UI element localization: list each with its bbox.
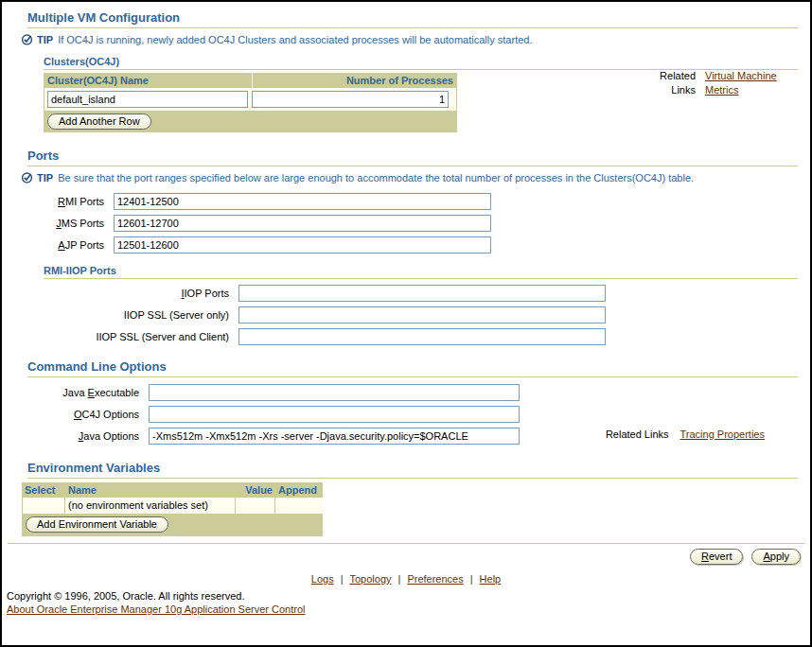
tip-label: TIP	[37, 171, 53, 186]
column-header-append: Append	[275, 482, 323, 498]
rmi-ports-input[interactable]	[114, 193, 491, 210]
env-table-empty-row: (no environment variables set)	[22, 498, 323, 514]
number-of-processes-input[interactable]	[252, 91, 449, 108]
java-options-input[interactable]	[149, 428, 520, 445]
multiple-vm-configuration-page: Multiple VM Configuration TIP If OC4J is…	[0, 0, 812, 647]
iiop-ssl-server-only-input[interactable]	[238, 306, 606, 324]
bottom-separator	[8, 543, 804, 544]
env-table-header: Select Name Value Append	[22, 482, 323, 498]
env-value-cell	[236, 498, 275, 514]
env-empty-message: (no environment variables set)	[65, 498, 236, 514]
clusters-table-footer: Add Another Row	[44, 111, 457, 132]
apply-button[interactable]: Apply	[751, 549, 801, 565]
add-another-row-button[interactable]: Add Another Row	[47, 114, 151, 130]
tracing-properties-link[interactable]: Tracing Properties	[680, 428, 765, 440]
rmi-ports-label: RMI Ports	[2, 196, 114, 207]
preferences-link[interactable]: Preferences	[407, 573, 463, 585]
java-executable-label: Java Executable	[2, 387, 149, 398]
footer-separator: |	[470, 573, 473, 585]
oc4j-options-label: OC4J Options	[2, 409, 149, 420]
copyright-text: Copyright © 1996, 2005, Oracle. All righ…	[7, 590, 810, 602]
ajp-ports-input[interactable]	[114, 236, 491, 254]
jms-ports-label: JMS Ports	[2, 218, 114, 229]
cluster-name-cell	[45, 90, 250, 109]
column-header-number-of-processes: Number of Processes	[252, 73, 457, 88]
rmi-iiop-heading: RMI-IIOP Ports	[44, 265, 798, 279]
clusters-table-header: Cluster(OC4J) Name Number of Processes	[44, 73, 457, 88]
env-select-cell	[22, 498, 65, 514]
iiop-ssl-server-and-client-label: IIOP SSL (Server and Client)	[44, 331, 238, 342]
oc4j-options-input[interactable]	[149, 406, 520, 423]
environment-variables-table: Select Name Value Append (no environment…	[22, 482, 323, 536]
iiop-ports-label: IIOP Ports	[44, 288, 238, 299]
clusters-table: Cluster(OC4J) Name Number of Processes A…	[44, 73, 457, 132]
column-header-name: Name	[65, 482, 236, 498]
tip-text: Be sure that the port ranges specified b…	[58, 171, 796, 186]
tip-text: If OC4J is running, newly added OC4J Clu…	[58, 33, 798, 48]
environment-variables-heading: Environment Variables	[27, 461, 798, 479]
add-environment-variable-button[interactable]: Add Environment Variable	[26, 516, 168, 533]
column-header-cluster-name: Cluster(OC4J) Name	[44, 73, 252, 88]
about-oracle-em-link[interactable]: About Oracle Enterprise Manager 10g Appl…	[7, 603, 306, 615]
env-append-cell	[275, 498, 323, 514]
java-options-label: Java Options	[2, 430, 149, 442]
ajp-ports-label: AJP Ports	[2, 239, 114, 251]
iiop-ssl-server-and-client-input[interactable]	[238, 328, 606, 345]
action-buttons: Revert Apply	[2, 549, 801, 565]
topology-link[interactable]: Topology	[350, 573, 392, 585]
help-link[interactable]: Help	[480, 573, 502, 585]
env-table-footer: Add Environment Variable	[22, 514, 323, 535]
column-header-select: Select	[22, 482, 65, 498]
iiop-ssl-server-only-label: IIOP SSL (Server only)	[44, 309, 238, 321]
footer-separator: |	[341, 573, 344, 585]
cluster-processes-cell	[250, 90, 450, 109]
java-executable-input[interactable]	[149, 384, 520, 401]
page-title: Multiple VM Configuration	[27, 10, 798, 28]
clusters-heading: Clusters(OC4J)	[44, 56, 798, 70]
tip-row-oc4j: TIP If OC4J is running, newly added OC4J…	[21, 33, 798, 48]
ports-heading: Ports	[27, 149, 798, 166]
cluster-name-input[interactable]	[47, 91, 248, 108]
related-links-label: Related Links	[606, 428, 669, 440]
column-header-value: Value	[236, 482, 275, 498]
footer-links: Logs|Topology|Preferences|Help	[2, 573, 810, 585]
tip-check-icon	[21, 33, 34, 48]
revert-button[interactable]: Revert	[690, 549, 743, 565]
related-links-top: Related Links Virtual Machine Metrics	[646, 69, 798, 97]
related-links-label: Related Links	[646, 69, 696, 97]
footer-separator: |	[398, 573, 401, 585]
tip-row-ports: TIP Be sure that the port ranges specifi…	[21, 171, 798, 186]
related-links-middle: Related Links Tracing Properties	[606, 428, 765, 440]
logs-link[interactable]: Logs	[311, 573, 334, 585]
jms-ports-input[interactable]	[114, 215, 491, 232]
iiop-ports-input[interactable]	[238, 285, 606, 302]
rmi-iiop-section: RMI-IIOP Ports IIOP Ports IIOP SSL (Serv…	[44, 265, 798, 345]
tip-label: TIP	[37, 33, 53, 48]
command-line-options-heading: Command Line Options	[27, 359, 798, 377]
clusters-table-row	[44, 88, 457, 111]
tip-check-icon	[21, 171, 34, 186]
virtual-machine-metrics-link[interactable]: Virtual Machine Metrics	[705, 70, 777, 96]
